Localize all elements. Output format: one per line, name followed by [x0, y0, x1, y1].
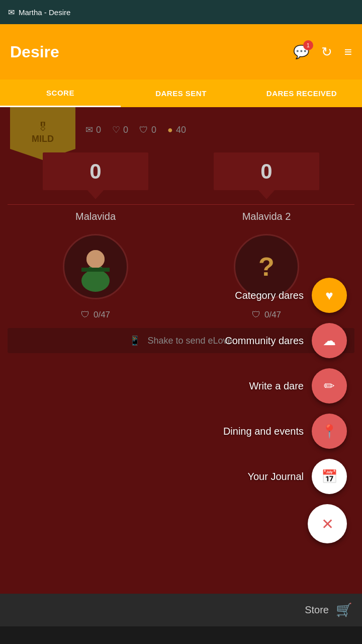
tab-score[interactable]: SCORE — [0, 79, 121, 107]
score-boxes-row: 0 0 — [0, 152, 362, 190]
status-bar-title: Martha - Desire — [19, 8, 70, 17]
dining-button[interactable]: 📍 — [312, 414, 347, 449]
email-status-icon: ✉ — [8, 8, 15, 17]
nav-bar: ◁ ○ □ — [0, 626, 362, 644]
app-bar-icons: 💬 1 ↻ ≡ — [293, 44, 352, 60]
arrow-down-1 — [86, 189, 105, 199]
player2-score-box: 0 — [214, 152, 319, 190]
dining-label: Dining and events — [223, 426, 304, 437]
fab-community-dares: Community dares ☁ — [225, 323, 347, 358]
refresh-icon: ↻ — [321, 44, 332, 59]
fab-menu: Category dares ♥ Community dares ☁ Write… — [223, 278, 347, 543]
player2-name: Malavida 2 — [214, 211, 319, 222]
envelope-icon: ✉ — [85, 124, 93, 135]
journal-button[interactable]: 📅 — [312, 459, 347, 494]
milestone-level: MILD — [32, 134, 54, 144]
stat-shields: 🛡 0 — [139, 125, 156, 135]
shield-icon: 🛡 — [139, 125, 148, 135]
tabs-bar: SCORE DARES SENT DARES RECEIVED — [0, 79, 362, 107]
score-stats: ✉ 0 ♡ 0 🛡 0 ● 40 — [85, 124, 186, 135]
refresh-button[interactable]: ↻ — [321, 44, 332, 60]
avatar-svg — [70, 242, 121, 292]
app-bar: Desire 💬 1 ↻ ≡ — [0, 24, 362, 79]
stat-coins: ● 40 — [167, 125, 186, 135]
fab-category-dares: Category dares ♥ — [235, 278, 347, 313]
menu-icon: ≡ — [344, 44, 352, 59]
heart-fab-icon: ♥ — [325, 288, 333, 303]
journal-label: Your Journal — [247, 471, 304, 482]
fab-journal: Your Journal 📅 — [247, 459, 347, 494]
player-names-row: Malavida Malavida 2 — [0, 207, 362, 226]
location-icon: 📍 — [321, 424, 337, 439]
status-bar: ✉ Martha - Desire — [0, 0, 362, 24]
community-dares-label: Community dares — [225, 335, 304, 347]
write-dare-button[interactable]: ✏ — [312, 368, 347, 404]
recent-button[interactable]: □ — [298, 641, 306, 644]
arrow-down-2 — [257, 189, 276, 199]
fab-close-button[interactable]: ✕ — [308, 504, 347, 543]
cloud-icon: ☁ — [323, 333, 336, 349]
pencil-icon: ✏ — [324, 378, 335, 394]
write-dare-label: Write a dare — [249, 380, 304, 392]
home-button[interactable]: ○ — [178, 641, 187, 644]
category-dares-button[interactable]: ♥ — [312, 278, 347, 313]
stat-messages: ✉ 0 — [85, 124, 101, 135]
svg-rect-4 — [81, 268, 110, 272]
question-mark: ? — [258, 252, 275, 282]
tab-dares-sent[interactable]: DARES SENT — [121, 79, 241, 107]
fab-dining: Dining and events 📍 — [223, 414, 347, 449]
coin-icon: ● — [167, 125, 173, 135]
app-title: Desire — [10, 43, 59, 61]
chat-button[interactable]: 💬 1 — [293, 44, 309, 60]
cart-icon: 🛒 — [336, 602, 352, 618]
shield-icon-1: 🛡 — [81, 310, 89, 320]
player1-avatar — [63, 234, 128, 299]
svg-point-3 — [86, 250, 105, 268]
calendar-icon: 📅 — [321, 469, 337, 485]
back-button[interactable]: ◁ — [56, 641, 67, 645]
player1-score-box: 0 — [43, 152, 148, 190]
heart-icon: ♡ — [112, 124, 120, 135]
fab-close-row: ✕ — [223, 504, 347, 543]
milestone-icon: 🎖 — [37, 121, 48, 134]
fab-write-dare: Write a dare ✏ — [249, 368, 347, 404]
bottom-bar: Store 🛒 — [0, 594, 362, 626]
category-dares-label: Category dares — [235, 290, 304, 301]
community-dares-button[interactable]: ☁ — [312, 323, 347, 358]
player1-name: Malavida — [43, 211, 148, 222]
main-content: 🎖 MILD ✉ 0 ♡ 0 🛡 0 ● 40 0 — [0, 107, 362, 594]
menu-button[interactable]: ≡ — [344, 44, 352, 60]
player1-shield-progress: 🛡 0/47 — [81, 310, 110, 320]
stat-hearts: ♡ 0 — [112, 124, 128, 135]
store-label: Store — [305, 604, 329, 616]
shake-label: Shake to send eLove — [147, 336, 232, 346]
notification-badge: 1 — [303, 40, 313, 50]
phone-shake-icon: 📱 — [129, 335, 140, 346]
close-icon: ✕ — [321, 515, 334, 533]
divider — [8, 204, 354, 205]
tab-dares-received[interactable]: DARES RECEIVED — [241, 79, 362, 107]
